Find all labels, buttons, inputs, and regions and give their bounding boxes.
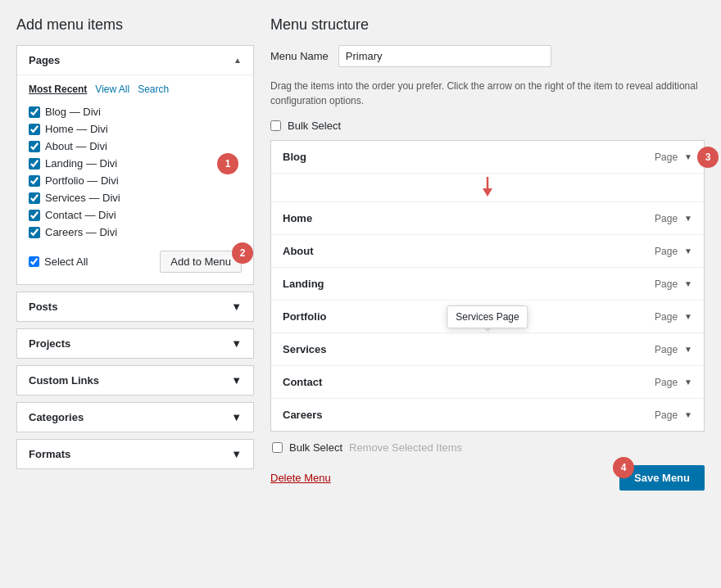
menu-item-services-type: Page	[655, 344, 678, 355]
page-checkbox-blog[interactable]	[29, 106, 40, 118]
formats-accordion: Formats ▼	[16, 439, 254, 469]
badge-2: 2	[232, 242, 253, 264]
page-label-contact: Contact — Divi	[45, 209, 116, 221]
home-expand-icon[interactable]: ▼	[684, 214, 692, 223]
categories-accordion: Categories ▼	[16, 402, 254, 432]
pages-accordion-body: Most Recent View All Search Blog — Divi …	[17, 75, 253, 284]
save-delete-row: Delete Menu Save Menu 4	[270, 465, 705, 491]
menu-item-contact-type: Page	[655, 377, 678, 388]
menu-item-blog-type: Page	[655, 152, 678, 163]
menu-item-landing-label: Landing	[283, 278, 324, 290]
menu-item-home-type: Page	[655, 213, 678, 224]
remove-selected-button[interactable]: Remove Selected Items	[349, 441, 462, 454]
list-item: Home — Divi	[29, 120, 242, 138]
tab-most-recent[interactable]: Most Recent	[29, 84, 87, 95]
list-item: Landing — Divi 1	[29, 155, 242, 172]
careers-expand-icon[interactable]: ▼	[684, 410, 692, 419]
select-all-text: Select All	[44, 256, 88, 268]
custom-links-header[interactable]: Custom Links ▼	[17, 366, 253, 395]
menu-item-about-label: About	[283, 245, 314, 257]
formats-chevron-down-icon: ▼	[231, 448, 242, 460]
add-to-menu-button[interactable]: Add to Menu	[160, 251, 242, 273]
custom-links-accordion: Custom Links ▼	[16, 365, 254, 396]
page-label-careers: Careers — Divi	[45, 226, 117, 238]
page-checkbox-portfolio[interactable]	[29, 175, 40, 187]
bulk-select-bottom-label: Bulk Select	[289, 441, 342, 454]
categories-label: Categories	[29, 411, 84, 423]
categories-header[interactable]: Categories ▼	[17, 403, 253, 432]
page-checkbox-about[interactable]	[29, 141, 40, 152]
page-checkbox-contact[interactable]	[29, 210, 40, 221]
posts-header[interactable]: Posts ▼	[17, 292, 253, 321]
select-all-checkbox[interactable]	[29, 256, 39, 267]
contact-expand-icon[interactable]: ▼	[684, 378, 692, 387]
list-item: Contact — Divi	[29, 206, 242, 224]
menu-item-contact: Contact Page ▼	[271, 366, 704, 399]
delete-menu-button[interactable]: Delete Menu	[270, 472, 331, 484]
list-item: Services — Divi	[29, 189, 242, 206]
menu-items-list: Blog Page ▼ 3 Home Page	[270, 140, 705, 432]
tab-view-all[interactable]: View All	[95, 84, 129, 95]
svg-marker-1	[483, 188, 492, 197]
pages-accordion: Pages ▲ Most Recent View All Search Blog…	[16, 45, 254, 285]
formats-label: Formats	[29, 448, 70, 460]
pages-footer-row: Select All Add to Menu 2	[29, 251, 242, 273]
menu-item-careers: Careers Page ▼	[271, 399, 704, 431]
menu-item-careers-label: Careers	[283, 409, 322, 421]
pages-list: Blog — Divi Home — Divi About — Divi Lan…	[29, 103, 242, 241]
page-checkbox-services[interactable]	[29, 192, 40, 204]
badge-3: 3	[697, 147, 719, 168]
about-expand-icon[interactable]: ▼	[684, 247, 692, 256]
categories-chevron-down-icon: ▼	[231, 411, 242, 423]
blog-expand-icon[interactable]: ▼	[684, 152, 692, 161]
bulk-select-bottom-checkbox[interactable]	[272, 442, 283, 453]
menu-item-blog-label: Blog	[283, 151, 306, 163]
page-label-landing: Landing — Divi	[45, 157, 117, 170]
services-expand-icon[interactable]: ▼	[684, 345, 692, 354]
bottom-bar: Bulk Select Remove Selected Items	[270, 441, 705, 454]
page-checkbox-home[interactable]	[29, 124, 40, 135]
bulk-select-top-row: Bulk Select	[270, 120, 705, 132]
posts-label: Posts	[29, 301, 57, 313]
menu-item-services-label: Services	[283, 343, 327, 355]
menu-item-contact-right: Page ▼	[655, 377, 692, 388]
list-item: Portfolio — Divi	[29, 172, 242, 189]
menu-item-about-type: Page	[655, 246, 678, 257]
projects-header[interactable]: Projects ▼	[17, 329, 253, 358]
menu-item-services: Services Services Page Page ▼	[271, 333, 704, 366]
tab-search[interactable]: Search	[138, 84, 169, 95]
landing-expand-icon[interactable]: ▼	[684, 279, 692, 288]
menu-name-input[interactable]	[338, 45, 551, 67]
custom-links-chevron-down-icon: ▼	[231, 374, 242, 387]
posts-accordion: Posts ▼	[16, 292, 254, 322]
projects-label: Projects	[29, 337, 70, 350]
list-item: About — Divi	[29, 138, 242, 155]
right-panel-title: Menu structure	[270, 16, 705, 34]
pages-tabs-row: Most Recent View All Search	[29, 84, 242, 95]
left-panel: Add menu items Pages ▲ Most Recent View …	[16, 16, 254, 491]
page-label-blog: Blog — Divi	[45, 106, 101, 118]
projects-accordion: Projects ▼	[16, 328, 254, 359]
pages-accordion-header[interactable]: Pages ▲	[17, 46, 253, 75]
formats-header[interactable]: Formats ▼	[17, 440, 253, 468]
page-checkbox-landing[interactable]	[29, 158, 40, 170]
left-panel-title: Add menu items	[16, 16, 254, 34]
list-item: Careers — Divi	[29, 224, 242, 241]
menu-item-portfolio-right: Page ▼	[655, 311, 692, 323]
menu-name-row: Menu Name	[270, 45, 705, 67]
badge-4: 4	[613, 457, 634, 478]
menu-item-careers-right: Page ▼	[655, 409, 692, 421]
page-checkbox-careers[interactable]	[29, 227, 40, 238]
right-panel: Menu structure Menu Name Drag the items …	[270, 16, 705, 491]
menu-item-blog: Blog Page ▼ 3	[271, 141, 704, 174]
bulk-select-top-checkbox[interactable]	[270, 120, 281, 131]
menu-item-blog-right: Page ▼	[655, 152, 692, 163]
portfolio-expand-icon[interactable]: ▼	[684, 312, 692, 321]
drag-instructions: Drag the items into the order you prefer…	[270, 79, 705, 108]
pages-chevron-up-icon: ▲	[234, 56, 242, 65]
page-label-portfolio: Portfolio — Divi	[45, 174, 119, 187]
select-all-label[interactable]: Select All	[29, 256, 88, 268]
menu-item-careers-type: Page	[655, 409, 678, 421]
menu-item-landing-type: Page	[655, 278, 678, 290]
custom-links-label: Custom Links	[29, 374, 99, 387]
